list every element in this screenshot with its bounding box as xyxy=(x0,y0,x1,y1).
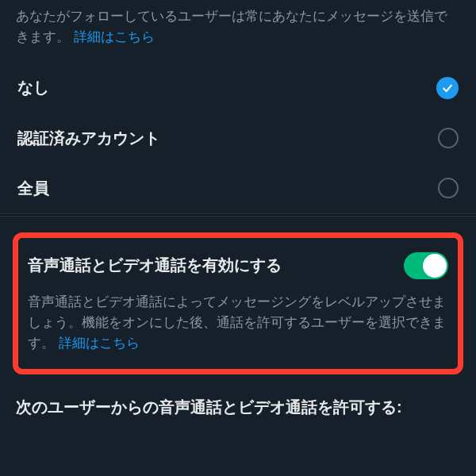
top-description-link[interactable]: 詳細はこちら xyxy=(74,29,155,44)
radio-option-everyone[interactable]: 全員 xyxy=(0,163,476,213)
top-description: あなたがフォローしているユーザーは常にあなたにメッセージを送信できます。 詳細は… xyxy=(0,0,476,63)
radio-label-verified: 認証済みアカウント xyxy=(17,128,160,149)
call-toggle-link[interactable]: 詳細はこちら xyxy=(59,336,140,351)
radio-unchecked-icon xyxy=(438,178,459,198)
allow-calls-heading: 次のユーザーからの音声通話とビデオ通話を許可する: xyxy=(0,382,476,423)
toggle-knob xyxy=(423,254,447,278)
radio-option-none[interactable]: なし xyxy=(0,63,476,113)
radio-option-verified[interactable]: 認証済みアカウント xyxy=(0,113,476,163)
section-divider xyxy=(0,213,476,217)
radio-label-everyone: 全員 xyxy=(17,178,49,199)
call-toggle-section: 音声通話とビデオ通話を有効にする 音声通話とビデオ通話によってメッセージングをレ… xyxy=(13,232,463,374)
radio-checked-icon xyxy=(436,77,459,99)
call-toggle-label: 音声通話とビデオ通話を有効にする xyxy=(28,255,282,276)
message-permission-radio-group: なし 認証済みアカウント 全員 xyxy=(0,63,476,213)
radio-label-none: なし xyxy=(17,77,49,98)
highlight-annotation: 音声通話とビデオ通話を有効にする 音声通話とビデオ通話によってメッセージングをレ… xyxy=(13,232,463,374)
radio-unchecked-icon xyxy=(438,128,459,148)
call-toggle-row: 音声通話とビデオ通話を有効にする xyxy=(28,252,448,279)
call-toggle-description: 音声通話とビデオ通話によってメッセージングをレベルアップさせましょう。機能をオン… xyxy=(28,292,448,355)
call-toggle-switch[interactable] xyxy=(404,252,448,279)
